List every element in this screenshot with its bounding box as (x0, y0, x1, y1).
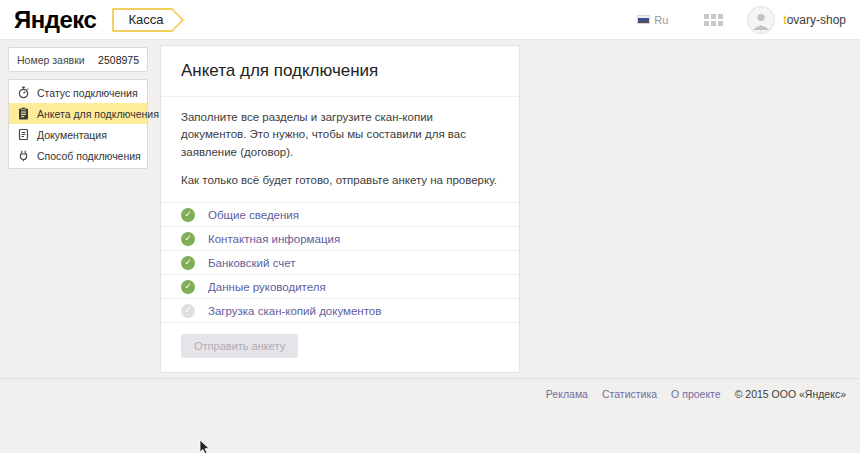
description-paragraph-1: Заполните все разделы и загрузите скан-к… (181, 109, 499, 161)
section-label: Загрузка скан-копий документов (208, 305, 381, 317)
section-label: Общие сведения (208, 209, 299, 221)
header-right: Ru tovary-shop (637, 6, 846, 34)
username[interactable]: tovary-shop (783, 13, 846, 27)
footer-link-advertising[interactable]: Реклама (546, 388, 588, 400)
section-link-upload-scans[interactable]: ✓ Загрузка скан-копий документов (161, 298, 519, 322)
sidebar-item-status[interactable]: Статус подключения (9, 82, 147, 103)
sidebar-item-questionnaire[interactable]: Анкета для подключения (9, 103, 147, 124)
submit-questionnaire-button[interactable]: Отправить анкету (181, 334, 298, 358)
clipboard-icon (17, 107, 30, 120)
yandex-logo[interactable]: Яндекс (14, 6, 96, 34)
check-done-icon: ✓ (181, 280, 195, 294)
section-label: Контактная информация (208, 233, 340, 245)
sidebar-item-label: Документация (37, 129, 107, 141)
page-footer: Реклама Статистика О проекте © 2015 ООО … (0, 378, 860, 400)
services-grid-icon[interactable] (704, 14, 723, 26)
section-label: Данные руководителя (208, 281, 326, 293)
person-icon (751, 11, 771, 31)
stopwatch-icon (17, 86, 30, 99)
section-link-general-info[interactable]: ✓ Общие сведения (161, 202, 519, 226)
section-link-contact-info[interactable]: ✓ Контактная информация (161, 226, 519, 250)
language-label: Ru (654, 14, 668, 26)
sidebar-item-label: Анкета для подключения (37, 108, 159, 120)
sidebar-item-connection-method[interactable]: Способ подключения (9, 145, 147, 166)
username-rest: ovary-shop (787, 13, 846, 27)
request-number-box: Номер заявки 2508975 (8, 47, 148, 72)
mouse-cursor (199, 440, 211, 453)
check-done-icon: ✓ (181, 256, 195, 270)
section-link-director-data[interactable]: ✓ Данные руководителя (161, 274, 519, 298)
footer-link-about[interactable]: О проекте (671, 388, 721, 400)
footer-link-statistics[interactable]: Статистика (602, 388, 657, 400)
document-icon (17, 128, 30, 141)
questionnaire-card: Анкета для подключения Заполните все раз… (160, 45, 520, 373)
section-label: Банковский счет (208, 257, 296, 269)
russia-flag-icon (637, 15, 650, 24)
submit-row: Отправить анкету (161, 322, 519, 372)
section-link-bank-account[interactable]: ✓ Банковский счет (161, 250, 519, 274)
card-description: Заполните все разделы и загрузите скан-к… (161, 96, 519, 202)
avatar[interactable] (747, 6, 775, 34)
sidebar-item-documentation[interactable]: Документация (9, 124, 147, 145)
top-header: Яндекс Касса Ru tovary-shop (0, 0, 860, 40)
check-pending-icon: ✓ (181, 304, 195, 318)
kassa-badge[interactable]: Касса (112, 8, 173, 32)
sidebar-item-label: Способ подключения (37, 150, 141, 162)
description-paragraph-2: Как только всё будет готово, отправьте а… (181, 172, 499, 189)
copyright-text: © 2015 ООО «Яндекс» (735, 388, 846, 400)
request-number-label: Номер заявки (17, 54, 85, 66)
plug-icon (17, 149, 30, 162)
page-title: Анкета для подключения (161, 46, 519, 96)
sidebar-menu: Статус подключения Анкета для подключени… (8, 79, 148, 169)
check-done-icon: ✓ (181, 208, 195, 222)
language-switcher[interactable]: Ru (637, 14, 668, 26)
request-number-value: 2508975 (98, 54, 139, 66)
sidebar-item-label: Статус подключения (37, 87, 138, 99)
check-done-icon: ✓ (181, 232, 195, 246)
kassa-badge-label: Касса (128, 12, 163, 27)
